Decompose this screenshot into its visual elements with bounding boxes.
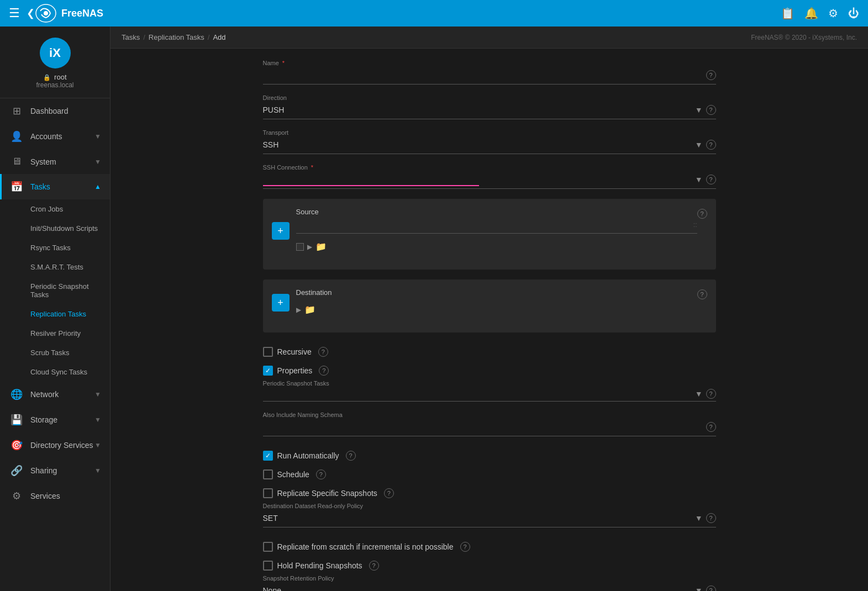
sidebar-item-system[interactable]: 🖥 System ▼ [0, 149, 110, 174]
periodic-snapshot-label: Periodic Snapshot Tasks [263, 380, 716, 387]
destination-help-icon[interactable]: ? [697, 289, 707, 299]
sidebar-item-init-shutdown[interactable]: Init/Shutdown Scripts [0, 219, 110, 238]
periodic-snapshot-input-row: ▼ ? [263, 389, 716, 402]
hold-pending-checkbox[interactable] [263, 561, 273, 571]
hamburger-icon[interactable]: ☰ [9, 6, 20, 20]
app-body: iX 🔒 root freenas.local ⊞ Dashboard 👤 Ac… [0, 27, 868, 591]
naming-schema-help-icon[interactable]: ? [706, 422, 716, 432]
naming-schema-input[interactable] [263, 420, 706, 434]
periodic-snapshot-dropdown-arrow[interactable]: ▼ [695, 389, 703, 398]
breadcrumb-add: Add [213, 33, 225, 41]
properties-help-icon[interactable]: ? [319, 366, 329, 376]
tasks-icon: 📅 [10, 181, 23, 193]
sidebar-item-smart-tests[interactable]: S.M.A.R.T. Tests [0, 257, 110, 277]
svg-point-1 [44, 11, 48, 15]
retention-policy-help-icon[interactable]: ? [706, 585, 716, 591]
sidebar-item-rsync-tasks[interactable]: Rsync Tasks [0, 238, 110, 257]
sidebar-item-replication-tasks[interactable]: Replication Tasks [0, 304, 110, 324]
replicate-from-scratch-checkbox[interactable] [263, 542, 273, 552]
ssh-connection-value [263, 173, 479, 186]
properties-checkbox[interactable] [263, 366, 273, 376]
sidebar-item-dashboard[interactable]: ⊞ Dashboard [0, 98, 110, 124]
breadcrumb-tasks[interactable]: Tasks [122, 33, 140, 41]
transport-help-icon[interactable]: ? [706, 140, 716, 150]
sidebar-item-network[interactable]: 🌐 Network ▼ [0, 382, 110, 407]
sidebar-item-scrub-tasks[interactable]: Scrub Tasks [0, 343, 110, 362]
destination-panel: + Destination ▶ 📁 ? [263, 279, 716, 333]
sidebar-item-label: System [30, 157, 56, 166]
sidebar-item-label: Storage [30, 415, 57, 424]
ssh-help-icon[interactable]: ? [706, 175, 716, 184]
destination-tree-chevron-icon[interactable]: ▶ [296, 306, 301, 314]
periodic-snapshot-field-group: Periodic Snapshot Tasks ▼ ? [263, 380, 716, 402]
transport-dropdown-arrow[interactable]: ▼ [695, 140, 703, 149]
source-tree-row: ▶ 📁 [296, 239, 697, 254]
hostname: freenas.local [9, 81, 101, 89]
run-automatically-row: Run Automatically ? [263, 446, 716, 465]
chevron-down-icon: ▼ [94, 391, 101, 398]
replicate-specific-label: Replicate Specific Snapshots [277, 489, 377, 498]
sidebar-item-directory-services[interactable]: 🎯 Directory Services ▼ [0, 432, 110, 458]
source-input[interactable] [296, 219, 693, 230]
direction-help-icon[interactable]: ? [706, 105, 716, 115]
name-input-row: ? [263, 68, 716, 85]
retention-policy-label: Snapshot Retention Policy [263, 575, 716, 582]
chevron-down-icon: ▼ [94, 441, 101, 449]
replicate-from-scratch-label: Replicate from scratch if incremental is… [277, 542, 454, 551]
replicate-specific-help-icon[interactable]: ? [384, 488, 394, 498]
power-icon[interactable]: ⏻ [848, 7, 859, 20]
form-container: Name * ? Direction PUSH ▼ [241, 49, 738, 591]
replicate-specific-checkbox[interactable] [263, 488, 273, 498]
direction-input-row: PUSH ▼ ? [263, 103, 716, 119]
readonly-policy-dropdown-arrow[interactable]: ▼ [695, 514, 703, 523]
settings-icon[interactable]: ⚙ [828, 7, 838, 20]
hold-pending-help-icon[interactable]: ? [369, 561, 379, 571]
replicate-from-scratch-help-icon[interactable]: ? [460, 542, 470, 552]
name-input[interactable] [263, 68, 706, 82]
periodic-snapshot-help-icon[interactable]: ? [706, 389, 716, 399]
recursive-help-icon[interactable]: ? [318, 347, 328, 357]
sidebar-item-cloud-sync-tasks[interactable]: Cloud Sync Tasks [0, 362, 110, 382]
recursive-checkbox[interactable] [263, 347, 273, 357]
sidebar-item-cron-jobs[interactable]: Cron Jobs [0, 199, 110, 219]
tree-chevron-icon[interactable]: ▶ [307, 243, 312, 251]
run-automatically-help-icon[interactable]: ? [346, 451, 356, 461]
run-automatically-checkbox[interactable] [263, 451, 273, 461]
retention-policy-dropdown-arrow[interactable]: ▼ [695, 586, 703, 591]
source-help-icon[interactable]: ? [697, 209, 707, 219]
sidebar-item-label: Services [30, 492, 60, 500]
notification-icon[interactable]: 🔔 [804, 7, 818, 20]
storage-icon: 💾 [10, 414, 23, 426]
source-panel: + Source :: ▶ [263, 199, 716, 270]
name-help-icon[interactable]: ? [706, 70, 716, 80]
app-name: FreeNAS [61, 8, 103, 19]
schedule-checkbox[interactable] [263, 469, 273, 479]
back-icon[interactable]: ❮ [27, 7, 35, 19]
recursive-row: Recursive ? [263, 342, 716, 361]
direction-value: PUSH [263, 103, 695, 117]
readonly-policy-input-row: SET ▼ ? [263, 511, 716, 527]
avatar: iX [40, 38, 71, 68]
direction-dropdown-arrow[interactable]: ▼ [695, 105, 703, 114]
destination-label: Destination [296, 288, 332, 297]
sidebar-item-periodic-snapshot[interactable]: Periodic Snapshot Tasks [0, 277, 110, 304]
schedule-label: Schedule [277, 470, 309, 479]
sidebar-item-label: Directory Services [30, 441, 93, 450]
sidebar-item-tasks[interactable]: 📅 Tasks ▲ [0, 174, 110, 199]
sidebar-item-accounts[interactable]: 👤 Accounts ▼ [0, 124, 110, 149]
sidebar-item-sharing[interactable]: 🔗 Sharing ▼ [0, 458, 110, 483]
sidebar-item-storage[interactable]: 💾 Storage ▼ [0, 407, 110, 432]
breadcrumb-replication[interactable]: Replication Tasks [149, 33, 204, 41]
clipboard-icon[interactable]: 📋 [781, 7, 795, 20]
schedule-help-icon[interactable]: ? [316, 469, 326, 479]
source-add-btn[interactable]: + [272, 222, 290, 240]
retention-policy-value: None [263, 584, 695, 591]
readonly-policy-help-icon[interactable]: ? [706, 513, 716, 523]
sidebar-item-services[interactable]: ⚙ Services [0, 483, 110, 509]
naming-schema-input-row: ? [263, 420, 716, 436]
tree-checkbox[interactable] [296, 243, 304, 251]
ssh-dropdown-arrow[interactable]: ▼ [695, 175, 703, 184]
sidebar-item-resilver-priority[interactable]: Resilver Priority [0, 324, 110, 343]
destination-add-btn[interactable]: + [272, 294, 290, 312]
ssh-required-marker: * [311, 164, 313, 171]
